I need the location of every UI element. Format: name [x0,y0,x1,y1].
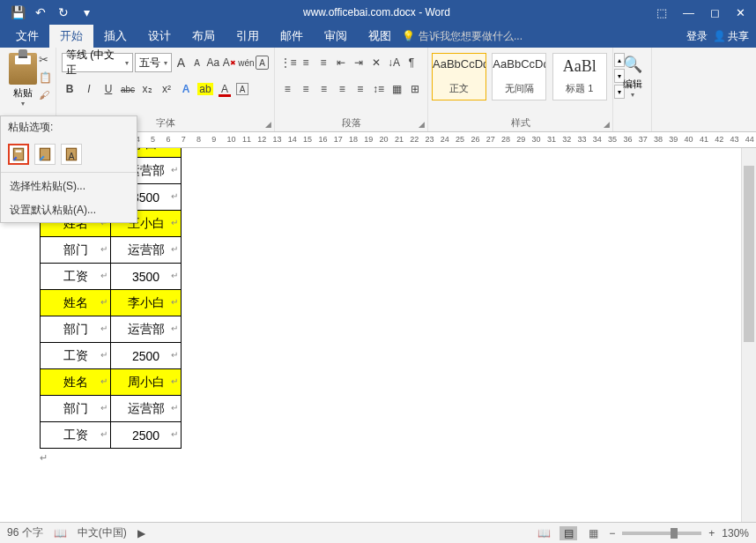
table-row[interactable]: 工资↵2500↵ [41,343,182,369]
web-layout-button[interactable]: ▦ [584,526,602,540]
phonetic-guide-button[interactable]: wén [238,53,254,72]
find-button[interactable]: 🔍 [619,55,646,74]
distribute-button[interactable]: ≡ [353,79,368,99]
tell-me-search[interactable]: 💡 告诉我您想要做什么... [402,29,523,44]
proofing-icon[interactable]: 📖 [54,527,67,539]
show-marks-button[interactable]: ¶ [404,53,419,72]
zoom-level[interactable]: 130% [722,527,749,539]
table-cell[interactable]: 周小白↵ [111,369,182,396]
shading-button[interactable]: ▦ [389,79,404,99]
table-cell[interactable]: 3500↵ [111,264,182,290]
asian-layout-button[interactable]: ✕ [368,53,384,72]
line-spacing-button[interactable]: ↕≡ [371,79,386,99]
indent-right-button[interactable]: ⇥ [351,53,367,72]
vertical-scrollbar[interactable] [741,148,756,522]
save-button[interactable]: 💾 [7,2,28,23]
table-cell[interactable]: 2500↵ [111,343,182,369]
zoom-out-button[interactable]: − [609,527,615,539]
table-row[interactable]: 部门↵运营部↵ [41,396,182,422]
table-cell[interactable]: 部门↵ [41,316,111,343]
scrollbar-thumb[interactable] [744,166,754,342]
sort-button[interactable]: ↓A [386,53,402,72]
table-cell[interactable]: 工资↵ [41,264,111,290]
table-cell[interactable]: 工资↵ [41,422,111,449]
font-dialog-launcher[interactable]: ◢ [265,120,271,129]
undo-button[interactable]: ↶ [30,2,51,23]
paragraph-dialog-launcher[interactable]: ◢ [419,120,425,129]
tab-review[interactable]: 审阅 [314,25,358,48]
ribbon-options-button[interactable]: ⬚ [656,6,667,19]
minimize-button[interactable]: — [683,6,694,19]
tab-home[interactable]: 开始 [49,25,93,48]
set-default-paste-menuitem[interactable]: 设置默认粘贴(A)... [1,198,137,222]
table-cell[interactable]: 部门↵ [41,237,111,264]
strikethrough-button[interactable]: abc [120,79,136,99]
read-mode-button[interactable]: 📖 [535,526,552,540]
login-link[interactable]: 登录 [686,29,708,44]
tab-file[interactable]: 文件 [5,25,49,48]
paste-special-menuitem[interactable]: 选择性粘贴(S)... [1,175,137,198]
zoom-in-button[interactable]: + [708,527,715,539]
macro-icon[interactable]: ▶ [137,527,145,539]
underline-button[interactable]: U [100,79,116,99]
format-painter-button[interactable]: 🖌 [39,89,52,101]
highlight-button[interactable]: ab [197,79,213,99]
paste-keep-source-button[interactable] [8,144,29,165]
language-indicator[interactable]: 中文(中国) [78,525,127,540]
tab-design[interactable]: 设计 [137,25,182,48]
font-name-combo[interactable]: 等线 (中文正▾ [62,53,133,72]
table-cell[interactable]: 姓名↵ [41,290,111,316]
maximize-button[interactable]: ◻ [710,6,720,19]
tab-view[interactable]: 视图 [358,25,402,48]
table-cell[interactable]: 运营部↵ [111,396,182,422]
indent-left-button[interactable]: ⇤ [333,53,349,72]
font-color-button[interactable]: A [217,79,233,99]
font-size-combo[interactable]: 五号▾ [135,53,173,72]
table-cell[interactable]: 姓名↵ [41,369,111,396]
align-center-button[interactable]: ≡ [299,79,314,99]
table-row[interactable]: 部门↵运营部↵ [41,237,182,264]
style-nospacing[interactable]: AaBbCcDd 无间隔 [492,53,546,100]
superscript-button[interactable]: x² [159,79,174,99]
table-cell[interactable]: 部门↵ [41,396,111,422]
style-heading1[interactable]: AaBl 标题 1 [552,53,607,100]
table-cell[interactable]: 运营部↵ [111,316,182,343]
enclose-char-button[interactable]: A [256,56,269,70]
table-cell[interactable]: 李小白↵ [111,290,182,316]
tab-layout[interactable]: 布局 [182,25,226,48]
borders-button[interactable]: ⊞ [407,79,422,99]
paste-button[interactable]: 粘贴 ▾ [5,53,41,108]
paste-text-only-button[interactable]: A [61,144,82,165]
multilevel-button[interactable]: ≡ [315,53,331,72]
bold-button[interactable]: B [62,79,78,99]
char-shading-button[interactable]: A [236,83,248,95]
tab-insert[interactable]: 插入 [93,25,137,48]
word-count[interactable]: 96 个字 [7,525,43,540]
qat-more-button[interactable]: ▾ [76,2,97,23]
table-row[interactable]: 姓名↵李小白↵ [41,290,182,316]
bullets-button[interactable]: ⋮≡ [280,53,296,72]
tab-mailings[interactable]: 邮件 [270,25,314,48]
text-effects-button[interactable]: A [178,79,194,99]
clear-format-button[interactable]: A✖ [222,53,236,72]
close-button[interactable]: ✕ [736,6,745,19]
tab-references[interactable]: 引用 [226,25,270,48]
table-row[interactable]: 部门↵运营部↵ [41,316,182,343]
shrink-font-button[interactable]: A [189,53,204,72]
table-cell[interactable]: 运营部↵ [111,237,182,264]
italic-button[interactable]: I [81,79,97,99]
justify-button[interactable]: ≡ [335,79,350,99]
numbering-button[interactable]: ≡ [298,53,314,72]
table-row[interactable]: 工资↵3500↵ [41,264,182,290]
change-case-button[interactable]: Aa [206,53,220,72]
align-right-button[interactable]: ≡ [316,79,331,99]
share-button[interactable]: 👤 共享 [713,29,749,44]
styles-dialog-launcher[interactable]: ◢ [604,120,610,129]
align-left-button[interactable]: ≡ [280,79,295,99]
paste-merge-button[interactable] [34,144,56,165]
cut-button[interactable]: ✂ [39,53,52,66]
redo-button[interactable]: ↻ [53,2,74,23]
table-cell[interactable]: 工资↵ [41,343,111,369]
copy-button[interactable]: 📋 [39,71,52,84]
table-row[interactable]: 工资↵2500↵ [41,422,182,449]
